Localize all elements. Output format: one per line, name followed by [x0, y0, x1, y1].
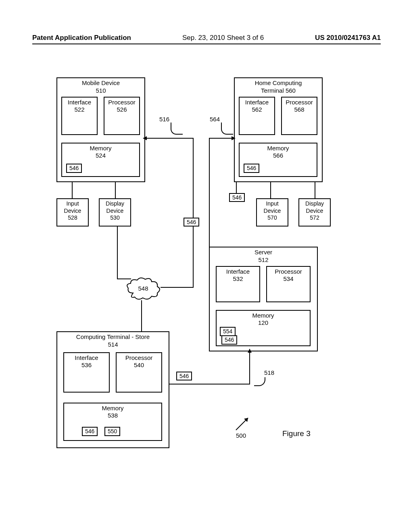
mobile-input-ref: 528 — [57, 214, 88, 222]
line-516-label: 516 — [159, 116, 169, 123]
server-memory-ref: 120 — [217, 319, 310, 326]
store-title: Computing Terminal - Store — [57, 333, 169, 341]
store-interface-ref: 536 — [64, 362, 109, 369]
server-interface: Interface 532 — [216, 266, 260, 302]
store-memory-tag2: 550 — [104, 427, 120, 436]
home-memory-tag: 546 — [244, 164, 259, 173]
server-interface-ref: 532 — [217, 275, 259, 283]
server-interface-title: Interface — [217, 268, 259, 275]
page-header-left: Patent Application Publication — [32, 34, 131, 42]
home-title2: Terminal 560 — [235, 87, 322, 95]
home-interface: Interface 562 — [239, 97, 275, 135]
server-memory-title: Memory — [217, 312, 310, 319]
mobile-memory-ref: 524 — [62, 152, 139, 159]
store-memory-ref: 538 — [64, 412, 161, 419]
home-memory-ref: 566 — [240, 152, 317, 159]
cloud-label: 548 — [138, 285, 148, 292]
line-518-tag-546: 546 — [176, 372, 192, 380]
mobile-memory-tag: 546 — [66, 164, 82, 173]
page-header-center: Sep. 23, 2010 Sheet 3 of 6 — [182, 34, 264, 42]
server-memory-tag-outer: 554 — [220, 327, 236, 336]
ref-500: 500 — [236, 432, 246, 439]
mobile-display-title: Display Device — [100, 200, 130, 214]
server-processor-ref: 534 — [267, 275, 310, 283]
home-display-ref: 572 — [299, 214, 330, 222]
home-interface-title: Interface — [240, 99, 274, 106]
mobile-interface-ref: 522 — [62, 106, 97, 113]
mobile-interface-title: Interface — [62, 99, 97, 106]
mobile-processor-ref: 526 — [104, 106, 139, 113]
mobile-input-device: Input Device 528 — [56, 198, 89, 227]
store-interface-title: Interface — [64, 354, 109, 362]
store-box: Computing Terminal - Store 514 Interface… — [56, 331, 169, 448]
store-memory: Memory 538 546 550 — [63, 403, 162, 441]
mobile-memory: Memory 524 546 — [61, 143, 140, 177]
store-memory-tag1: 546 — [82, 427, 98, 436]
diagram-canvas: Mobile Device 510 Interface 522 Processo… — [56, 77, 355, 460]
mobile-display-ref: 530 — [100, 214, 130, 222]
server-title: Server — [210, 249, 317, 256]
home-processor: Processor 568 — [281, 97, 317, 135]
mobile-processor: Processor 526 — [104, 97, 140, 135]
store-processor: Processor 540 — [116, 352, 162, 393]
mobile-processor-title: Processor — [104, 99, 139, 106]
mobile-device-box: Mobile Device 510 Interface 522 Processo… — [56, 77, 145, 182]
figure-label: Figure 3 — [282, 429, 311, 438]
home-input-ref: 570 — [257, 214, 288, 222]
mobile-interface: Interface 522 — [61, 97, 98, 135]
home-title: Home Computing — [235, 79, 322, 87]
page-header-right: US 2010/0241763 A1 — [315, 34, 381, 42]
store-memory-title: Memory — [64, 405, 161, 412]
mid-tag-546: 546 — [184, 218, 199, 227]
home-memory-title: Memory — [240, 145, 317, 152]
home-extra-tag: 546 — [229, 193, 245, 202]
home-memory: Memory 566 546 — [239, 143, 317, 177]
store-interface: Interface 536 — [63, 352, 110, 393]
mobile-memory-title: Memory — [62, 145, 139, 152]
line-564-label: 564 — [210, 116, 220, 123]
home-display-title: Display Device — [299, 200, 330, 214]
home-input-title: Input Device — [257, 200, 288, 214]
store-processor-ref: 540 — [117, 362, 161, 369]
header-rule — [32, 44, 381, 44]
store-processor-title: Processor — [117, 354, 161, 362]
home-interface-ref: 562 — [240, 106, 274, 113]
mobile-input-title: Input Device — [57, 200, 88, 214]
mobile-display-device: Display Device 530 — [99, 198, 131, 227]
home-processor-title: Processor — [282, 99, 317, 106]
cloud-548: 548 — [125, 277, 161, 301]
mobile-ref: 510 — [57, 87, 144, 95]
server-processor: Processor 534 — [266, 266, 311, 302]
line-518-label: 518 — [264, 369, 274, 376]
server-memory: Memory 120 554 546 — [216, 310, 311, 346]
server-ref: 512 — [210, 256, 317, 264]
home-processor-ref: 568 — [282, 106, 317, 113]
server-processor-title: Processor — [267, 268, 310, 275]
server-memory-tag-inner: 546 — [221, 335, 237, 345]
server-box: Server 512 Interface 532 Processor 534 M… — [209, 247, 318, 351]
home-terminal-box: Home Computing Terminal 560 Interface 56… — [234, 77, 323, 182]
mobile-title: Mobile Device — [57, 79, 144, 87]
store-ref: 514 — [57, 341, 169, 349]
home-input-device: Input Device 570 — [256, 198, 288, 227]
home-display-device: Display Device 572 — [298, 198, 331, 227]
